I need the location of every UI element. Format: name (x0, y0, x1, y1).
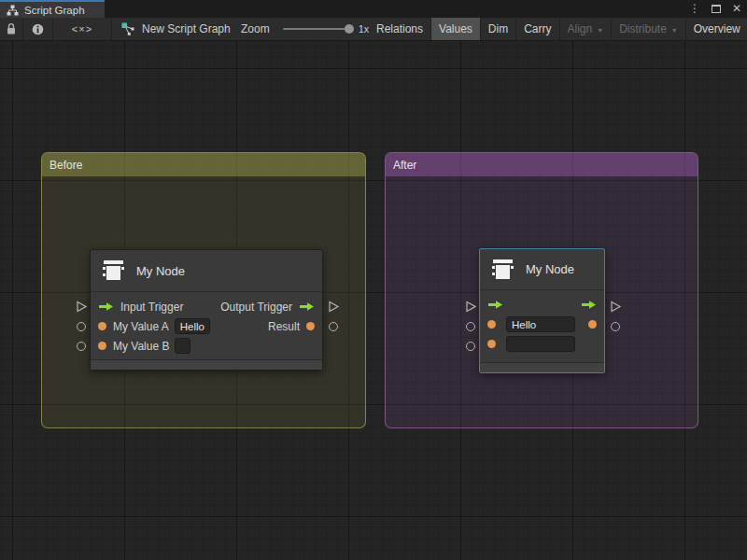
my-value-b-field[interactable] (175, 338, 190, 354)
external-flow-port-icon[interactable] (465, 301, 477, 313)
tab-script-graph[interactable]: Script Graph (0, 0, 105, 18)
value-input-port-icon[interactable] (98, 322, 106, 330)
lock-icon (6, 22, 17, 35)
relations-button[interactable]: Relations (369, 18, 431, 40)
external-value-port-icon[interactable] (466, 342, 475, 351)
external-value-port-icon[interactable] (77, 322, 86, 331)
value-input-port-icon[interactable] (487, 340, 496, 348)
flow-port-row: Input Trigger Output Trigger (91, 297, 322, 316)
close-icon[interactable]: ✕ (732, 0, 741, 18)
zoom-value: 1x (359, 23, 370, 35)
group-before-label: Before (49, 159, 82, 172)
my-value-a-label: My Value A (113, 320, 169, 333)
flow-input-arrow-icon[interactable] (98, 301, 114, 312)
flow-input-arrow-icon[interactable] (487, 300, 503, 310)
my-value-b-label: My Value B (113, 340, 169, 353)
node-before-body: Input Trigger Output Trigger My Value A … (91, 292, 322, 356)
group-after-label: After (393, 159, 416, 172)
group-before-header[interactable]: Before (42, 153, 365, 176)
node-title: My Node (136, 264, 185, 278)
flow-port-row (480, 295, 604, 315)
unit-box-icon (99, 257, 127, 285)
external-value-port-icon[interactable] (611, 322, 620, 331)
zoom-label: Zoom (241, 22, 270, 35)
value-output-port-icon[interactable] (306, 322, 315, 330)
value-port-row: My Value B (91, 336, 322, 356)
value-port-row: My Value A Result (91, 316, 322, 336)
zoom-slider-handle[interactable] (345, 24, 354, 34)
flow-output-arrow-icon[interactable] (299, 301, 315, 312)
toolbar-right-group: Relations Values Dim Carry Align ▼ Distr… (369, 18, 747, 40)
output-trigger-label: Output Trigger (220, 301, 292, 314)
node-footer (91, 359, 322, 370)
external-value-port-icon[interactable] (77, 342, 86, 351)
code-view-icon: <×> (72, 23, 92, 35)
external-value-port-icon[interactable] (329, 322, 338, 331)
script-graph-window: Script Graph ⋮ ✕ <×> (0, 0, 747, 560)
carry-button[interactable]: Carry (516, 18, 559, 40)
my-value-a-field[interactable] (175, 318, 210, 334)
graph-canvas[interactable]: Before After My Node (0, 41, 747, 560)
zoom-control: Zoom 1x (241, 18, 369, 40)
flow-output-arrow-icon[interactable] (581, 300, 597, 310)
kebab-menu-icon[interactable]: ⋮ (689, 0, 700, 18)
value-port-row (480, 334, 604, 354)
window-controls: ⋮ ✕ (689, 0, 741, 18)
node-footer (480, 362, 604, 372)
input-trigger-label: Input Trigger (120, 301, 183, 314)
code-view-button[interactable]: <×> (53, 18, 112, 40)
new-graph-icon (121, 22, 135, 35)
graph-hierarchy-icon (7, 5, 19, 16)
value-port-row (480, 315, 604, 334)
align-dropdown[interactable]: Align ▼ (560, 18, 613, 40)
new-script-graph-label: New Script Graph (142, 22, 231, 35)
external-flow-port-icon[interactable] (76, 301, 88, 313)
external-flow-port-icon[interactable] (610, 301, 622, 313)
group-after-header[interactable]: After (386, 153, 698, 176)
overview-button[interactable]: Overview (686, 18, 747, 40)
node-my-node-after[interactable]: My Node (479, 248, 605, 373)
unit-box-icon (488, 256, 516, 284)
result-label: Result (268, 320, 300, 333)
node-after-header[interactable]: My Node (480, 249, 604, 290)
value-input-port-icon[interactable] (487, 320, 496, 329)
value-input-port-icon[interactable] (98, 342, 106, 350)
maximize-icon[interactable] (712, 5, 721, 13)
node-after-body (480, 290, 604, 354)
value-output-port-icon[interactable] (588, 320, 597, 329)
graph-toolbar: <×> New Script Graph Zoom 1x Relations (0, 18, 747, 41)
value-b-field[interactable] (506, 336, 575, 352)
external-flow-port-icon[interactable] (328, 301, 340, 313)
values-button[interactable]: Values (431, 18, 481, 40)
tab-bar: Script Graph ⋮ ✕ (0, 0, 747, 18)
zoom-slider[interactable] (283, 28, 350, 30)
chevron-down-icon: ▼ (597, 27, 603, 34)
info-icon (32, 23, 44, 35)
chevron-down-icon: ▼ (671, 27, 678, 34)
node-before-header[interactable]: My Node (91, 250, 322, 292)
distribute-dropdown[interactable]: Distribute ▼ (612, 18, 686, 40)
tab-label: Script Graph (24, 5, 85, 16)
info-button[interactable] (23, 18, 53, 40)
value-a-field[interactable] (506, 316, 575, 332)
new-script-graph-button[interactable]: New Script Graph (121, 18, 231, 40)
node-title: My Node (526, 262, 574, 276)
external-value-port-icon[interactable] (466, 322, 475, 331)
dim-button[interactable]: Dim (481, 18, 516, 40)
node-my-node-before[interactable]: My Node Input Trigger Output Trigger (90, 249, 323, 371)
lock-button[interactable] (0, 18, 23, 40)
